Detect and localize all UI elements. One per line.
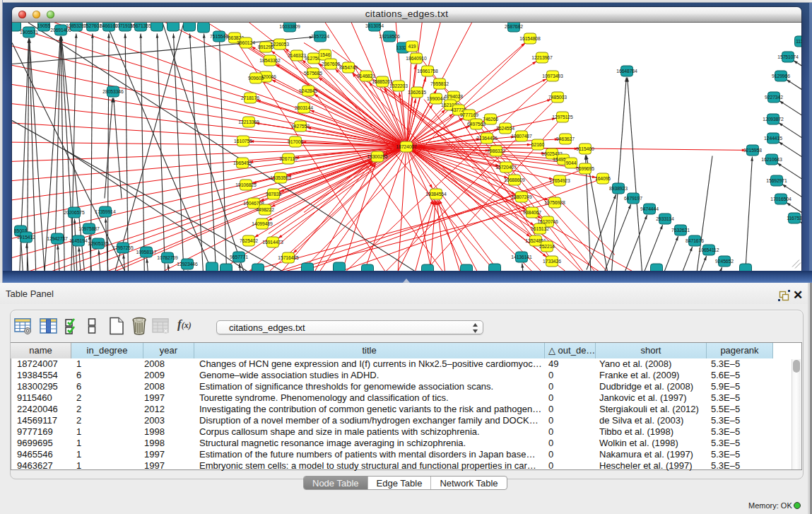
svg-text:746266: 746266: [483, 117, 498, 122]
svg-text:2933114: 2933114: [656, 216, 674, 221]
svg-text:6479197: 6479197: [624, 196, 642, 201]
svg-text:10671355: 10671355: [130, 23, 151, 28]
svg-text:14136141: 14136141: [511, 255, 532, 259]
svg-text:15353593: 15353593: [270, 175, 291, 180]
svg-text:0699695: 0699695: [576, 166, 594, 171]
svg-text:8938923: 8938923: [609, 186, 628, 191]
svg-text:10782759: 10782759: [157, 255, 178, 260]
svg-text:164095: 164095: [595, 176, 611, 181]
svg-text:19756928: 19756928: [544, 200, 565, 205]
svg-text:28053346: 28053346: [102, 89, 124, 94]
svg-text:18300295: 18300295: [367, 154, 388, 159]
svg-text:9777169: 9777169: [460, 112, 478, 117]
svg-text:987833: 987833: [266, 192, 281, 197]
svg-text:3915412: 3915412: [17, 235, 35, 240]
svg-text:1990044: 1990044: [427, 96, 445, 101]
svg-text:10654112: 10654112: [699, 247, 719, 252]
svg-text:5675685: 5675685: [304, 71, 322, 76]
svg-text:12905135: 12905135: [88, 241, 109, 246]
svg-text:9657771: 9657771: [230, 255, 248, 259]
svg-text:9242845: 9242845: [299, 88, 317, 93]
svg-text:19218506: 19218506: [379, 34, 400, 39]
svg-text:10975887: 10975887: [78, 226, 100, 231]
svg-text:9474444: 9474444: [640, 206, 659, 211]
svg-text:1244415: 1244415: [764, 136, 782, 141]
svg-text:16154808: 16154808: [519, 36, 541, 41]
svg-text:10807487: 10807487: [511, 134, 532, 139]
svg-text:62160: 62160: [531, 142, 545, 147]
svg-text:2687682: 2687682: [505, 24, 523, 29]
svg-text:909603: 909603: [248, 76, 264, 81]
svg-text:1546: 1546: [320, 52, 331, 57]
svg-text:9129966: 9129966: [772, 74, 790, 78]
svg-text:20206575: 20206575: [64, 210, 85, 215]
svg-text:6794028: 6794028: [445, 94, 463, 99]
svg-text:7986322: 7986322: [487, 148, 505, 153]
svg-text:3813054: 3813054: [365, 23, 384, 28]
svg-text:10973493: 10973493: [542, 74, 563, 78]
svg-text:10958117: 10958117: [136, 250, 157, 255]
svg-text:9115460: 9115460: [576, 146, 594, 151]
svg-text:18724007: 18724007: [396, 144, 417, 149]
svg-text:116753: 116753: [787, 216, 801, 221]
svg-text:16648784: 16648784: [616, 69, 637, 74]
svg-text:9427552: 9427552: [291, 124, 310, 129]
svg-text:1610755: 1610755: [234, 139, 252, 144]
svg-text:1362615: 1362615: [408, 90, 426, 95]
svg-text:12942737: 12942737: [47, 236, 68, 241]
svg-text:17016504: 17016504: [770, 197, 792, 201]
svg-text:17957255: 17957255: [112, 245, 134, 250]
svg-text:3624554: 3624554: [496, 126, 514, 131]
svg-text:9245652: 9245652: [715, 259, 734, 264]
svg-text:2718176: 2718176: [241, 95, 259, 100]
svg-text:1905571: 1905571: [20, 30, 38, 35]
svg-text:7625402: 7625402: [240, 238, 258, 243]
svg-text:1145194: 1145194: [69, 238, 88, 243]
svg-text:18640910: 18640910: [406, 56, 427, 61]
svg-text:15751074: 15751074: [777, 54, 799, 59]
svg-text:19106825: 19106825: [235, 182, 257, 187]
svg-text:3267110: 3267110: [279, 156, 298, 161]
svg-text:252214: 252214: [539, 244, 555, 249]
svg-text:1733426: 1733426: [543, 259, 561, 264]
svg-text:16914473: 16914473: [262, 240, 283, 245]
svg-text:15716485: 15716485: [278, 255, 299, 260]
svg-text:17654923: 17654923: [549, 178, 570, 183]
svg-text:21364436: 21364436: [476, 136, 498, 141]
svg-text:12093872: 12093872: [763, 117, 784, 122]
svg-text:1615132: 1615132: [531, 226, 549, 231]
svg-text:1965495: 1965495: [233, 160, 252, 165]
svg-text:18807249: 18807249: [511, 194, 532, 199]
svg-text:19384554: 19384554: [425, 192, 447, 197]
svg-text:9044: 9044: [566, 160, 577, 165]
svg-text:17359914: 17359914: [95, 209, 116, 214]
svg-text:3146323: 3146323: [288, 53, 306, 58]
svg-text:917006: 917006: [288, 139, 303, 144]
svg-text:20691406: 20691406: [50, 28, 71, 33]
svg-text:19055: 19055: [37, 23, 51, 28]
svg-text:419: 419: [408, 44, 416, 49]
svg-text:7485003: 7485003: [548, 95, 567, 100]
svg-text:2803144: 2803144: [295, 105, 313, 110]
svg-text:9227342: 9227342: [765, 95, 783, 100]
svg-text:12213967: 12213967: [531, 55, 553, 60]
svg-text:12923446: 12923446: [177, 262, 198, 267]
svg-text:5226053: 5226053: [271, 42, 289, 47]
svg-text:6497568: 6497568: [467, 122, 486, 127]
svg-text:8471676: 8471676: [686, 238, 704, 243]
svg-text:9384067: 9384067: [523, 210, 541, 215]
svg-text:9146821: 9146821: [357, 74, 375, 78]
svg-text:16033809: 16033809: [279, 24, 300, 29]
svg-text:12213369: 12213369: [238, 119, 259, 124]
svg-text:14099489: 14099489: [252, 221, 273, 226]
svg-text:16210643: 16210643: [761, 157, 782, 162]
svg-text:1112: 1112: [796, 39, 801, 44]
svg-text:15720407: 15720407: [495, 165, 517, 170]
svg-text:1322203: 1322203: [389, 83, 408, 88]
svg-text:2367608: 2367608: [322, 62, 340, 66]
svg-text:18543362: 18543362: [259, 58, 281, 63]
svg-text:16961758: 16961758: [417, 69, 438, 74]
svg-text:3960124: 3960124: [237, 40, 255, 45]
svg-text:12975125: 12975125: [552, 115, 573, 119]
svg-text:7955812: 7955812: [430, 81, 449, 86]
